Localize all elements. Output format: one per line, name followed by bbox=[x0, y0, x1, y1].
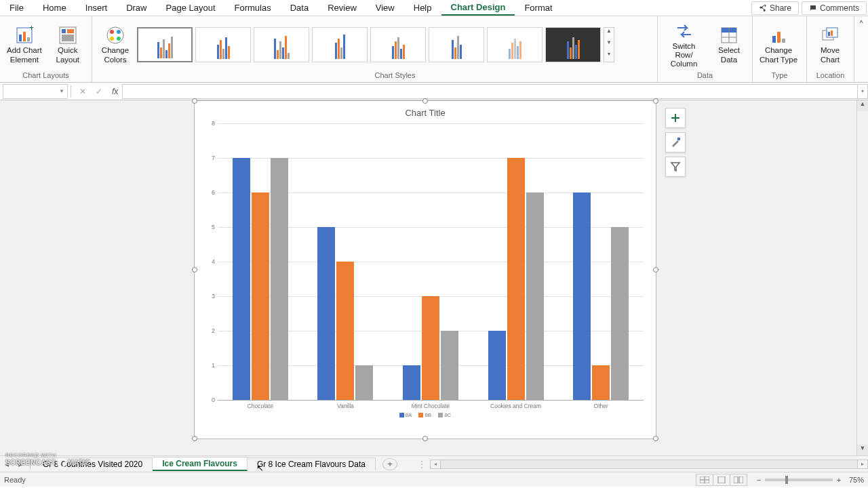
move-chart-button[interactable]: Move Chart bbox=[811, 23, 849, 65]
share-label: Share bbox=[770, 3, 791, 13]
styles-scroll-up-icon[interactable]: ▲ bbox=[604, 28, 614, 39]
cancel-formula-button[interactable]: ✕ bbox=[75, 84, 90, 99]
bar[interactable] bbox=[252, 192, 269, 400]
formula-input[interactable] bbox=[122, 84, 857, 99]
view-normal-button[interactable] bbox=[696, 474, 713, 486]
switch-row-column-button[interactable]: Switch Row/ Column bbox=[662, 19, 706, 70]
view-page-break-button[interactable] bbox=[730, 474, 747, 486]
tab-review[interactable]: Review bbox=[318, 1, 366, 15]
formula-expand-button[interactable]: ▾ bbox=[857, 84, 868, 99]
sheet-tab-1[interactable]: Ice Cream Flavours bbox=[153, 457, 248, 471]
comments-button[interactable]: Comments bbox=[802, 1, 867, 15]
resize-handle[interactable] bbox=[192, 267, 197, 272]
chart-style-4[interactable] bbox=[312, 27, 368, 62]
chart-style-2[interactable] bbox=[195, 27, 251, 62]
tab-chart-design[interactable]: Chart Design bbox=[441, 0, 515, 16]
tab-help[interactable]: Help bbox=[404, 1, 441, 15]
share-button[interactable]: Share bbox=[751, 1, 799, 15]
bar[interactable] bbox=[573, 192, 591, 400]
svg-rect-31 bbox=[739, 476, 743, 483]
resize-handle[interactable] bbox=[192, 436, 197, 441]
bar[interactable] bbox=[355, 365, 373, 400]
chart-object[interactable]: Chart Title 012345678 ChocolateVanillaMi… bbox=[194, 100, 656, 439]
bar[interactable] bbox=[336, 262, 354, 400]
scroll-up-icon[interactable]: ▲ bbox=[857, 100, 868, 111]
sheet-background[interactable]: Chart Title 012345678 ChocolateVanillaMi… bbox=[0, 100, 856, 455]
tab-view[interactable]: View bbox=[366, 1, 404, 15]
bar[interactable] bbox=[611, 227, 629, 400]
tab-home[interactable]: Home bbox=[33, 1, 76, 15]
sheet-tab-2[interactable]: Gr 8 Ice Cream Flavours Data bbox=[248, 458, 376, 470]
chart-style-5[interactable] bbox=[370, 27, 426, 62]
tab-data[interactable]: Data bbox=[281, 1, 318, 15]
switch-row-column-label: Switch Row/ Column bbox=[665, 42, 703, 69]
chart-plot-area[interactable]: 012345678 bbox=[218, 123, 644, 400]
tab-insert[interactable]: Insert bbox=[76, 1, 117, 15]
sheet-tab-0[interactable]: Gr 8 Countries Visited 2020 bbox=[33, 458, 153, 470]
resize-handle[interactable] bbox=[653, 436, 658, 441]
scroll-right-icon[interactable]: ▸ bbox=[857, 460, 868, 469]
vertical-scrollbar[interactable]: ▲ ▼ bbox=[856, 100, 868, 455]
resize-handle[interactable] bbox=[653, 267, 658, 272]
scroll-left-icon[interactable]: ◂ bbox=[430, 460, 441, 469]
chart-style-3[interactable] bbox=[254, 27, 309, 62]
chart-filters-button[interactable] bbox=[665, 157, 686, 177]
name-box[interactable]: ▼ bbox=[3, 84, 68, 99]
add-sheet-button[interactable]: + bbox=[382, 458, 397, 470]
quick-layout-label: Quick Layout bbox=[56, 46, 80, 64]
bar[interactable] bbox=[507, 158, 525, 400]
select-data-button[interactable]: Select Data bbox=[710, 23, 748, 65]
switch-row-column-icon bbox=[673, 20, 695, 42]
chart-style-7[interactable] bbox=[487, 27, 542, 62]
ribbon-collapse-button[interactable]: ˄ bbox=[854, 16, 868, 82]
enter-formula-button[interactable]: ✓ bbox=[92, 84, 106, 99]
bar[interactable] bbox=[592, 365, 610, 400]
chart-title[interactable]: Chart Title bbox=[195, 101, 656, 119]
chart-style-1[interactable] bbox=[137, 27, 193, 62]
resize-handle[interactable] bbox=[653, 98, 658, 104]
chart-elements-button[interactable] bbox=[665, 108, 686, 128]
chart-style-8[interactable] bbox=[545, 27, 601, 62]
chevron-up-icon: ˄ bbox=[859, 19, 864, 32]
change-colors-button[interactable]: Change Colors bbox=[96, 23, 134, 65]
horizontal-scrollbar[interactable]: ⋮ ◂ ▸ bbox=[418, 460, 868, 469]
fx-icon[interactable]: fx bbox=[112, 87, 118, 96]
tab-nav-prev[interactable]: ◂ bbox=[0, 460, 14, 469]
bar[interactable] bbox=[422, 296, 439, 400]
zoom-slider[interactable] bbox=[765, 479, 833, 481]
chart-style-6[interactable] bbox=[429, 27, 484, 62]
zoom-level[interactable]: 75% bbox=[849, 476, 864, 484]
bar[interactable] bbox=[441, 331, 458, 400]
tab-draw[interactable]: Draw bbox=[117, 1, 156, 15]
bar[interactable] bbox=[317, 227, 335, 400]
chart-styles-button[interactable] bbox=[665, 132, 686, 152]
chart-legend[interactable]: 8A8B8C bbox=[195, 411, 656, 422]
zoom-out-button[interactable]: − bbox=[754, 476, 764, 484]
tab-nav-next[interactable]: ▸ bbox=[14, 460, 27, 469]
quick-layout-button[interactable]: Quick Layout bbox=[49, 23, 87, 65]
change-chart-type-button[interactable]: Change Chart Type bbox=[757, 23, 800, 65]
resize-handle[interactable] bbox=[422, 98, 428, 104]
grid-icon bbox=[700, 476, 709, 483]
bar[interactable] bbox=[526, 192, 544, 400]
styles-scroll-more-icon[interactable]: ▾ bbox=[604, 51, 614, 62]
name-box-dropdown-icon[interactable]: ▼ bbox=[59, 88, 64, 94]
bar[interactable] bbox=[233, 158, 250, 400]
bar[interactable] bbox=[403, 365, 420, 400]
resize-handle[interactable] bbox=[192, 98, 197, 104]
tab-page-layout[interactable]: Page Layout bbox=[157, 1, 225, 15]
styles-scroll-down-icon[interactable]: ▼ bbox=[604, 39, 614, 50]
tab-format[interactable]: Format bbox=[515, 1, 561, 15]
zoom-in-button[interactable]: + bbox=[834, 476, 844, 484]
tab-formulas[interactable]: Formulas bbox=[225, 1, 281, 15]
add-chart-element-button[interactable]: + Add Chart Element bbox=[4, 23, 45, 65]
chart-styles-scroll[interactable]: ▲▼▾ bbox=[604, 27, 614, 62]
scroll-down-icon[interactable]: ▼ bbox=[857, 445, 868, 455]
bar[interactable] bbox=[271, 158, 288, 400]
zoom-thumb[interactable] bbox=[785, 476, 788, 484]
bar[interactable] bbox=[488, 331, 506, 400]
tab-file[interactable]: File bbox=[0, 1, 33, 15]
comments-label: Comments bbox=[820, 3, 859, 13]
view-page-layout-button[interactable] bbox=[713, 474, 730, 486]
resize-handle[interactable] bbox=[422, 436, 428, 441]
